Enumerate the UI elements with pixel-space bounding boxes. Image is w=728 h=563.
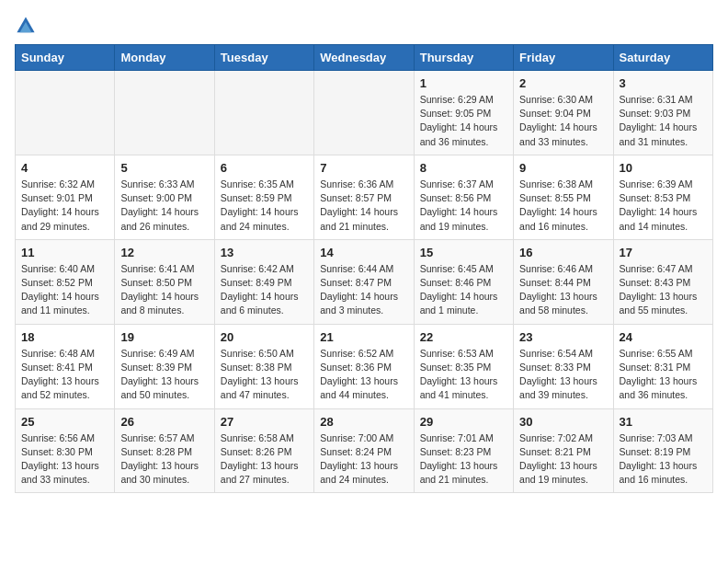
day-number: 17 (620, 246, 707, 259)
day-info: Sunrise: 6:31 AMSunset: 9:03 PMDaylight:… (620, 93, 707, 149)
day-number: 10 (620, 161, 707, 175)
day-number: 6 (221, 161, 308, 175)
day-number: 11 (21, 246, 108, 259)
calendar-cell: 21Sunrise: 6:52 AMSunset: 8:36 PMDayligh… (314, 324, 414, 408)
day-number: 4 (21, 161, 108, 175)
day-number: 27 (221, 415, 308, 429)
weekday-header-tuesday: Tuesday (214, 45, 313, 71)
calendar-cell: 22Sunrise: 6:53 AMSunset: 8:35 PMDayligh… (414, 324, 513, 408)
day-number: 5 (120, 161, 208, 175)
calendar-cell: 29Sunrise: 7:01 AMSunset: 8:23 PMDayligh… (414, 408, 513, 493)
day-info: Sunrise: 6:50 AMSunset: 8:38 PMDaylight:… (221, 347, 308, 403)
day-number: 26 (120, 415, 208, 429)
calendar-cell (214, 71, 313, 155)
page-header (15, 15, 713, 37)
logo (15, 15, 40, 37)
day-info: Sunrise: 6:39 AMSunset: 8:53 PMDaylight:… (620, 178, 707, 234)
day-number: 23 (519, 330, 607, 344)
calendar-cell: 14Sunrise: 6:44 AMSunset: 8:47 PMDayligh… (314, 239, 414, 324)
day-number: 20 (221, 330, 308, 344)
calendar-cell: 26Sunrise: 6:57 AMSunset: 8:28 PMDayligh… (115, 408, 214, 493)
day-number: 31 (620, 415, 707, 429)
day-info: Sunrise: 6:38 AMSunset: 8:55 PMDaylight:… (519, 178, 607, 234)
day-info: Sunrise: 6:52 AMSunset: 8:36 PMDaylight:… (320, 347, 407, 403)
day-number: 7 (320, 161, 407, 175)
day-info: Sunrise: 6:56 AMSunset: 8:30 PMDaylight:… (21, 431, 108, 488)
calendar-cell: 9Sunrise: 6:38 AMSunset: 8:55 PMDaylight… (514, 155, 613, 239)
calendar-cell: 31Sunrise: 7:03 AMSunset: 8:19 PMDayligh… (613, 408, 712, 493)
calendar-cell: 12Sunrise: 6:41 AMSunset: 8:50 PMDayligh… (115, 239, 214, 324)
calendar-cell: 15Sunrise: 6:45 AMSunset: 8:46 PMDayligh… (414, 239, 513, 324)
calendar-cell (115, 71, 214, 155)
calendar-cell: 4Sunrise: 6:32 AMSunset: 9:01 PMDaylight… (16, 155, 115, 239)
day-number: 12 (120, 246, 208, 259)
calendar-cell: 19Sunrise: 6:49 AMSunset: 8:39 PMDayligh… (115, 324, 214, 408)
day-info: Sunrise: 6:46 AMSunset: 8:44 PMDaylight:… (519, 262, 607, 318)
calendar-cell: 28Sunrise: 7:00 AMSunset: 8:24 PMDayligh… (314, 408, 414, 493)
calendar-table: SundayMondayTuesdayWednesdayThursdayFrid… (15, 44, 713, 493)
day-number: 18 (21, 330, 108, 344)
calendar-cell: 25Sunrise: 6:56 AMSunset: 8:30 PMDayligh… (16, 408, 115, 493)
calendar-cell: 6Sunrise: 6:35 AMSunset: 8:59 PMDaylight… (214, 155, 313, 239)
calendar-cell: 13Sunrise: 6:42 AMSunset: 8:49 PMDayligh… (214, 239, 313, 324)
day-info: Sunrise: 7:02 AMSunset: 8:21 PMDaylight:… (519, 431, 607, 488)
calendar-cell: 2Sunrise: 6:30 AMSunset: 9:04 PMDaylight… (514, 71, 613, 155)
day-info: Sunrise: 6:58 AMSunset: 8:26 PMDaylight:… (221, 431, 308, 488)
calendar-week-4: 18Sunrise: 6:48 AMSunset: 8:41 PMDayligh… (16, 324, 713, 408)
day-number: 14 (320, 246, 407, 259)
day-info: Sunrise: 6:53 AMSunset: 8:35 PMDaylight:… (420, 347, 507, 403)
day-number: 13 (221, 246, 308, 259)
day-number: 25 (21, 415, 108, 429)
calendar-cell: 23Sunrise: 6:54 AMSunset: 8:33 PMDayligh… (514, 324, 613, 408)
day-info: Sunrise: 6:48 AMSunset: 8:41 PMDaylight:… (21, 347, 108, 403)
day-number: 1 (420, 76, 507, 90)
day-number: 29 (420, 415, 507, 429)
calendar-cell: 17Sunrise: 6:47 AMSunset: 8:43 PMDayligh… (613, 239, 712, 324)
calendar-cell: 1Sunrise: 6:29 AMSunset: 9:05 PMDaylight… (414, 71, 513, 155)
calendar-cell: 3Sunrise: 6:31 AMSunset: 9:03 PMDaylight… (613, 71, 712, 155)
calendar-cell (314, 71, 414, 155)
calendar-cell: 8Sunrise: 6:37 AMSunset: 8:56 PMDaylight… (414, 155, 513, 239)
calendar-cell: 18Sunrise: 6:48 AMSunset: 8:41 PMDayligh… (16, 324, 115, 408)
calendar-cell: 7Sunrise: 6:36 AMSunset: 8:57 PMDaylight… (314, 155, 414, 239)
day-info: Sunrise: 6:37 AMSunset: 8:56 PMDaylight:… (420, 178, 507, 234)
day-info: Sunrise: 6:40 AMSunset: 8:52 PMDaylight:… (21, 262, 108, 318)
calendar-cell: 30Sunrise: 7:02 AMSunset: 8:21 PMDayligh… (514, 408, 613, 493)
day-info: Sunrise: 6:45 AMSunset: 8:46 PMDaylight:… (420, 262, 507, 318)
day-number: 2 (519, 76, 607, 90)
day-number: 21 (320, 330, 407, 344)
weekday-header-wednesday: Wednesday (314, 45, 414, 71)
calendar-header-row: SundayMondayTuesdayWednesdayThursdayFrid… (16, 45, 713, 71)
day-number: 22 (420, 330, 507, 344)
weekday-header-thursday: Thursday (414, 45, 513, 71)
weekday-header-sunday: Sunday (16, 45, 115, 71)
day-info: Sunrise: 6:55 AMSunset: 8:31 PMDaylight:… (620, 347, 707, 403)
calendar-cell: 16Sunrise: 6:46 AMSunset: 8:44 PMDayligh… (514, 239, 613, 324)
day-info: Sunrise: 6:49 AMSunset: 8:39 PMDaylight:… (120, 347, 208, 403)
calendar-cell: 20Sunrise: 6:50 AMSunset: 8:38 PMDayligh… (214, 324, 313, 408)
calendar-cell: 11Sunrise: 6:40 AMSunset: 8:52 PMDayligh… (16, 239, 115, 324)
day-info: Sunrise: 6:42 AMSunset: 8:49 PMDaylight:… (221, 262, 308, 318)
logo-icon (15, 15, 37, 37)
calendar-cell: 5Sunrise: 6:33 AMSunset: 9:00 PMDaylight… (115, 155, 214, 239)
day-info: Sunrise: 6:35 AMSunset: 8:59 PMDaylight:… (221, 178, 308, 234)
calendar-week-5: 25Sunrise: 6:56 AMSunset: 8:30 PMDayligh… (16, 408, 713, 493)
day-number: 15 (420, 246, 507, 259)
day-info: Sunrise: 6:54 AMSunset: 8:33 PMDaylight:… (519, 347, 607, 403)
day-info: Sunrise: 7:01 AMSunset: 8:23 PMDaylight:… (420, 431, 507, 488)
day-number: 19 (120, 330, 208, 344)
calendar-week-3: 11Sunrise: 6:40 AMSunset: 8:52 PMDayligh… (16, 239, 713, 324)
calendar-cell: 24Sunrise: 6:55 AMSunset: 8:31 PMDayligh… (613, 324, 712, 408)
calendar-week-1: 1Sunrise: 6:29 AMSunset: 9:05 PMDaylight… (16, 71, 713, 155)
day-info: Sunrise: 6:36 AMSunset: 8:57 PMDaylight:… (320, 178, 407, 234)
day-info: Sunrise: 6:32 AMSunset: 9:01 PMDaylight:… (21, 178, 108, 234)
day-number: 9 (519, 161, 607, 175)
day-info: Sunrise: 6:47 AMSunset: 8:43 PMDaylight:… (620, 262, 707, 318)
calendar-cell: 27Sunrise: 6:58 AMSunset: 8:26 PMDayligh… (214, 408, 313, 493)
day-info: Sunrise: 7:00 AMSunset: 8:24 PMDaylight:… (320, 431, 407, 488)
day-info: Sunrise: 6:33 AMSunset: 9:00 PMDaylight:… (120, 178, 208, 234)
day-info: Sunrise: 7:03 AMSunset: 8:19 PMDaylight:… (620, 431, 707, 488)
day-info: Sunrise: 6:57 AMSunset: 8:28 PMDaylight:… (120, 431, 208, 488)
day-number: 28 (320, 415, 407, 429)
weekday-header-saturday: Saturday (613, 45, 712, 71)
